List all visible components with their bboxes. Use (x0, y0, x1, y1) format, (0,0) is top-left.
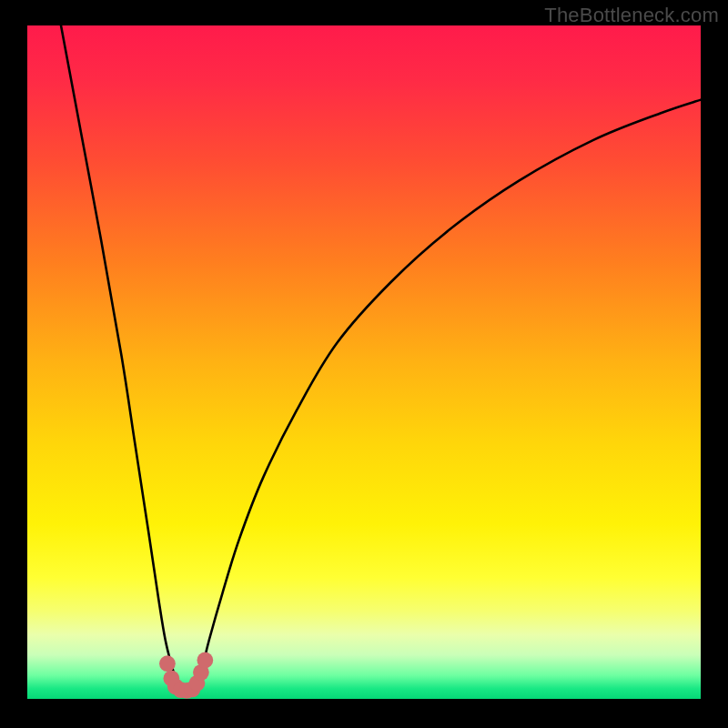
curve-left-branch (61, 25, 178, 687)
curve-right-branch (196, 100, 701, 688)
valley-markers (159, 652, 213, 699)
valley-marker (159, 655, 176, 672)
outer-frame: TheBottleneck.com (0, 0, 728, 728)
valley-marker (197, 652, 213, 669)
chart-svg (27, 25, 701, 701)
plot-area (27, 25, 701, 701)
attribution-text: TheBottleneck.com (544, 4, 719, 27)
